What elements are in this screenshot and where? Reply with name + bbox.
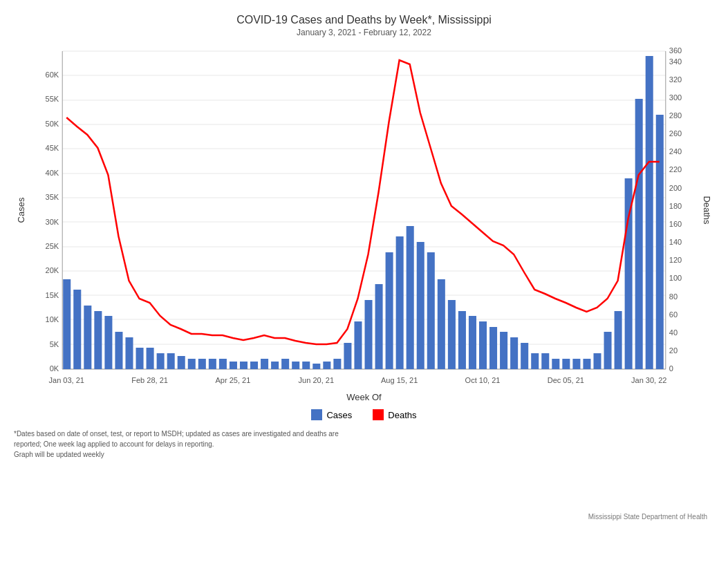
svg-text:5K: 5K: [50, 340, 59, 348]
bar-cases-19: [261, 359, 268, 369]
bar-cases-21: [281, 359, 289, 369]
svg-text:100: 100: [669, 274, 682, 282]
svg-text:45K: 45K: [46, 144, 59, 152]
bar-cases-18: [250, 362, 258, 369]
bar-cases-27: [354, 321, 362, 369]
svg-text:340: 340: [669, 57, 682, 66]
svg-text:Cases: Cases: [16, 197, 26, 223]
bar-cases-28: [365, 300, 373, 369]
bar-cases-7: [136, 348, 144, 369]
bar-cases-46: [552, 359, 559, 369]
svg-text:35K: 35K: [46, 193, 59, 201]
bar-cases-13: [198, 359, 206, 369]
bar-cases-3: [94, 311, 102, 369]
bar-cases-4: [104, 316, 112, 369]
bar-cases-33: [417, 242, 424, 369]
svg-text:Jun 20, 21: Jun 20, 21: [299, 376, 334, 384]
bar-cases-49: [583, 359, 590, 369]
svg-text:80: 80: [669, 292, 678, 301]
svg-text:40: 40: [669, 328, 678, 337]
bar-cases-25: [333, 359, 341, 369]
svg-text:55K: 55K: [46, 95, 59, 103]
bar-cases-56: [656, 115, 664, 369]
svg-text:120: 120: [669, 256, 682, 264]
legend-cases-box: [311, 409, 322, 420]
bar-cases-0: [63, 279, 71, 369]
bar-cases-2: [84, 306, 91, 369]
bar-cases-44: [531, 353, 539, 369]
bar-cases-52: [615, 311, 622, 369]
svg-text:0K: 0K: [50, 364, 59, 373]
bar-cases-30: [386, 252, 393, 369]
bar-cases-10: [167, 353, 175, 369]
svg-text:40K: 40K: [46, 169, 59, 177]
chart-source: Mississippi State Department of Health: [588, 513, 707, 521]
main-chart-svg: 0K 5K 10K 15K 20K 25K 30K 35K 40K 45K 50…: [14, 44, 714, 404]
bar-cases-41: [500, 332, 507, 369]
svg-text:320: 320: [669, 75, 682, 84]
bar-cases-14: [209, 359, 216, 369]
svg-text:60K: 60K: [46, 71, 59, 79]
chart-subtitle: January 3, 2021 - February 12, 2022: [14, 28, 714, 37]
bar-cases-24b: [323, 362, 330, 369]
svg-text:Dec 05, 21: Dec 05, 21: [548, 376, 584, 384]
svg-text:50K: 50K: [46, 120, 59, 128]
svg-text:280: 280: [669, 111, 682, 120]
svg-text:160: 160: [669, 220, 682, 228]
svg-text:Aug 15, 21: Aug 15, 21: [381, 376, 418, 384]
bar-cases-32: [407, 226, 414, 369]
bar-cases-50: [593, 353, 601, 369]
bar-cases-45: [541, 353, 549, 369]
chart-area: 0K 5K 10K 15K 20K 25K 30K 35K 40K 45K 50…: [14, 44, 714, 404]
chart-title: COVID-19 Cases and Deaths by Week*, Miss…: [14, 14, 714, 26]
bar-cases-9: [157, 353, 165, 369]
legend-deaths: Deaths: [373, 409, 416, 420]
bar-cases-5: [115, 332, 122, 369]
bar-cases-35: [438, 279, 445, 369]
svg-text:Jan 30, 22: Jan 30, 22: [631, 376, 666, 384]
bar-cases-20: [271, 362, 279, 369]
svg-text:300: 300: [669, 93, 682, 102]
svg-text:Oct 10, 21: Oct 10, 21: [465, 376, 501, 384]
chart-legend: Cases Deaths: [14, 409, 714, 420]
bar-cases-22: [292, 362, 299, 369]
svg-text:10K: 10K: [46, 315, 59, 324]
legend-deaths-label: Deaths: [388, 410, 416, 420]
svg-text:25K: 25K: [46, 242, 59, 250]
chart-container: COVID-19 Cases and Deaths by Week*, Miss…: [0, 0, 728, 562]
bar-cases-34: [427, 252, 435, 369]
svg-text:220: 220: [669, 165, 682, 174]
bar-cases-8: [147, 348, 154, 369]
svg-text:Feb 28, 21: Feb 28, 21: [131, 376, 168, 384]
bar-cases-15: [219, 359, 227, 369]
bar-cases-48: [572, 359, 580, 369]
svg-text:0: 0: [669, 364, 673, 373]
svg-text:Jan 03, 21: Jan 03, 21: [49, 376, 84, 384]
svg-text:260: 260: [669, 129, 682, 138]
svg-text:180: 180: [669, 202, 682, 210]
bar-cases-47: [562, 359, 570, 369]
svg-text:200: 200: [669, 184, 682, 192]
bar-cases-17: [240, 362, 248, 369]
bar-cases-16: [230, 362, 237, 369]
deaths-line: [66, 60, 660, 344]
legend-cases: Cases: [311, 409, 352, 420]
bar-cases-36: [448, 300, 456, 369]
svg-text:15K: 15K: [46, 291, 59, 299]
bar-cases-11: [178, 356, 185, 369]
bar-cases-42: [510, 337, 518, 369]
legend-cases-label: Cases: [326, 410, 352, 420]
bar-cases-39: [479, 321, 487, 369]
bar-cases-38: [469, 316, 476, 369]
bar-cases-6: [125, 337, 133, 369]
bar-cases-51: [604, 332, 612, 369]
bar-cases-31: [396, 236, 404, 369]
svg-text:60: 60: [669, 310, 678, 319]
bar-cases-23: [302, 362, 310, 369]
bar-cases-1: [73, 290, 81, 369]
svg-text:Deaths: Deaths: [702, 196, 712, 225]
svg-text:240: 240: [669, 147, 682, 156]
bar-cases-43: [521, 343, 528, 369]
x-axis-label: Week Of: [346, 392, 382, 402]
bar-cases-12: [188, 359, 196, 369]
